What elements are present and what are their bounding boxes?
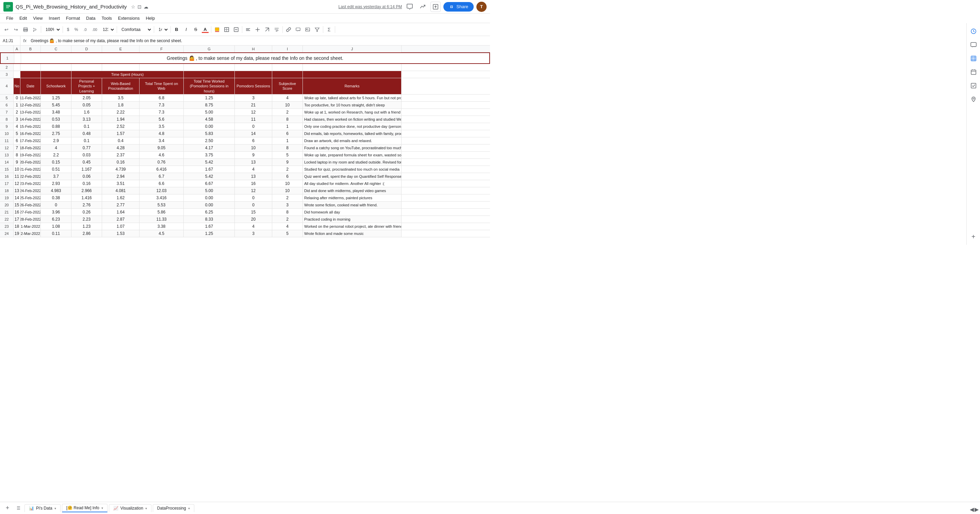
cell-personal-23[interactable]: 1.23 bbox=[72, 223, 102, 230]
redo-button[interactable]: ↪ bbox=[11, 25, 21, 34]
cell-subjective-15[interactable]: 2 bbox=[272, 166, 303, 173]
cell-total-web-21[interactable]: 5.86 bbox=[140, 209, 184, 216]
cell-date-18[interactable]: 24-Feb-2022 bbox=[21, 187, 41, 194]
cell-total-worked-15[interactable]: 1.67 bbox=[184, 166, 235, 173]
cell-total-worked-18[interactable]: 5.00 bbox=[184, 187, 235, 194]
cell-web-proc-7[interactable]: 2.22 bbox=[102, 109, 140, 116]
more-formats-select[interactable]: 123 ▾ bbox=[100, 25, 115, 34]
cell-pomodoro-18[interactable]: 12 bbox=[235, 187, 272, 194]
cell-remarks-8[interactable]: Had classes, then worked on fiction writ… bbox=[303, 116, 401, 123]
cell-pomodoro-23[interactable]: 4 bbox=[235, 223, 272, 230]
cell-remarks-19[interactable]: Relaxing after midterms, painted picture… bbox=[303, 194, 401, 201]
cell-e2[interactable] bbox=[102, 64, 140, 71]
cell-remarks-22[interactable]: Practiced coding in morning bbox=[303, 216, 401, 223]
cell-schoolwork-14[interactable]: 0.15 bbox=[41, 159, 72, 165]
trending-icon[interactable] bbox=[417, 2, 428, 12]
cell-date-22[interactable]: 28-Feb-2022 bbox=[21, 216, 41, 223]
user-avatar[interactable]: T bbox=[476, 2, 487, 12]
cell-remarks-17[interactable]: All day studied for midterm. Another All… bbox=[303, 180, 401, 187]
cell-web-proc-22[interactable]: 2.87 bbox=[102, 216, 140, 223]
cell-date-11[interactable]: 17-Feb-2022 bbox=[21, 137, 41, 144]
cell-personal-7[interactable]: 1.6 bbox=[72, 109, 102, 116]
merge-cells-button[interactable] bbox=[232, 25, 240, 34]
cell-remarks-24[interactable]: Wrote fiction and made some music bbox=[303, 230, 401, 237]
cloud-icon[interactable]: ☁ bbox=[143, 4, 148, 10]
cell-pomodoro-9[interactable]: 0 bbox=[235, 123, 272, 130]
cell-remarks-6[interactable]: Too productive, for 10 hours straight, d… bbox=[303, 102, 401, 108]
cell-no-11[interactable]: 6 bbox=[14, 137, 21, 144]
menu-tools[interactable]: Tools bbox=[99, 15, 115, 21]
cell-total-web-15[interactable]: 6.416 bbox=[140, 166, 184, 173]
cell-schoolwork-15[interactable]: 0.51 bbox=[41, 166, 72, 173]
cell-total-worked-16[interactable]: 5.42 bbox=[184, 173, 235, 180]
cell-total-web-14[interactable]: 0.76 bbox=[140, 159, 184, 165]
cell-personal-17[interactable]: 0.16 bbox=[72, 180, 102, 187]
cell-schoolwork-5[interactable]: 1.25 bbox=[41, 95, 72, 101]
cell-no-7[interactable]: 2 bbox=[14, 109, 21, 116]
cell-date-15[interactable]: 21-Feb-2022 bbox=[21, 166, 41, 173]
cell-schoolwork-20[interactable]: 0 bbox=[41, 201, 72, 208]
cell-remarks-12[interactable]: Found a catchy song on YouTube, procrast… bbox=[303, 144, 401, 151]
cell-personal-15[interactable]: 1.167 bbox=[72, 166, 102, 173]
cell-web-proc-9[interactable]: 2.52 bbox=[102, 123, 140, 130]
cell-personal-14[interactable]: 0.45 bbox=[72, 159, 102, 165]
menu-format[interactable]: Format bbox=[63, 15, 83, 21]
cell-no-12[interactable]: 7 bbox=[14, 144, 21, 151]
cell-schoolwork-21[interactable]: 3.96 bbox=[41, 209, 72, 216]
cell-web-proc-24[interactable]: 1.53 bbox=[102, 230, 140, 237]
cell-subjective-6[interactable]: 10 bbox=[272, 102, 303, 108]
cell-no-8[interactable]: 3 bbox=[14, 116, 21, 123]
cell-remarks-20[interactable]: Wrote some fiction, cooked meal with fri… bbox=[303, 201, 401, 208]
cell-subjective-19[interactable]: 2 bbox=[272, 194, 303, 201]
cell-subjective-13[interactable]: 5 bbox=[272, 152, 303, 159]
cell-schoolwork-18[interactable]: 4.983 bbox=[41, 187, 72, 194]
cell-total-worked-13[interactable]: 3.75 bbox=[184, 152, 235, 159]
cell-date-17[interactable]: 23-Feb-2022 bbox=[21, 180, 41, 187]
cell-schoolwork-9[interactable]: 0.88 bbox=[41, 123, 72, 130]
cell-personal-21[interactable]: 0.26 bbox=[72, 209, 102, 216]
cell-web-proc-17[interactable]: 3.51 bbox=[102, 180, 140, 187]
cell-total-web-13[interactable]: 4.6 bbox=[140, 152, 184, 159]
cell-schoolwork-7[interactable]: 3.48 bbox=[41, 109, 72, 116]
cell-remarks-16[interactable]: Quiz went well, spent the day on Quantif… bbox=[303, 173, 401, 180]
cell-date-23[interactable]: 1-Mar-2022 bbox=[21, 223, 41, 230]
upload-icon[interactable] bbox=[430, 2, 441, 12]
cell-total-web-6[interactable]: 7.3 bbox=[140, 102, 184, 108]
cell-personal-20[interactable]: 2.76 bbox=[72, 201, 102, 208]
cell-personal-24[interactable]: 2.86 bbox=[72, 230, 102, 237]
cell-remarks-13[interactable]: Woke up late, prepared formula sheet for… bbox=[303, 152, 401, 159]
cell-total-worked-24[interactable]: 1.25 bbox=[184, 230, 235, 237]
cell-date-24[interactable]: 2-Mar-2022 bbox=[21, 230, 41, 237]
cell-no-13[interactable]: 8 bbox=[14, 152, 21, 159]
cell-no-14[interactable]: 9 bbox=[14, 159, 21, 165]
cell-subjective-8[interactable]: 8 bbox=[272, 116, 303, 123]
cell-pomodoro-14[interactable]: 13 bbox=[235, 159, 272, 165]
valign-button[interactable] bbox=[253, 25, 262, 34]
cell-personal-18[interactable]: 2.966 bbox=[72, 187, 102, 194]
cell-web-proc-18[interactable]: 4.081 bbox=[102, 187, 140, 194]
cell-schoolwork-6[interactable]: 5.45 bbox=[41, 102, 72, 108]
cell-total-worked-14[interactable]: 5.42 bbox=[184, 159, 235, 165]
cell-personal-16[interactable]: 0.06 bbox=[72, 173, 102, 180]
paint-format-button[interactable] bbox=[30, 25, 40, 34]
menu-insert[interactable]: Insert bbox=[46, 15, 63, 21]
cell-remarks-21[interactable]: Did homework all day bbox=[303, 209, 401, 216]
menu-extensions[interactable]: Extensions bbox=[115, 15, 143, 21]
cell-web-proc-16[interactable]: 2.94 bbox=[102, 173, 140, 180]
cell-date-10[interactable]: 16-Feb-2022 bbox=[21, 130, 41, 137]
cell-web-proc-14[interactable]: 0.16 bbox=[102, 159, 140, 165]
cell-total-worked-5[interactable]: 1.25 bbox=[184, 95, 235, 101]
cell-web-proc-15[interactable]: 4.739 bbox=[102, 166, 140, 173]
cell-pomodoro-15[interactable]: 4 bbox=[235, 166, 272, 173]
cell-no-10[interactable]: 5 bbox=[14, 130, 21, 137]
cell-h3[interactable] bbox=[235, 71, 272, 78]
cell-subjective-10[interactable]: 6 bbox=[272, 130, 303, 137]
cell-total-web-11[interactable]: 3.4 bbox=[140, 137, 184, 144]
menu-edit[interactable]: Edit bbox=[17, 15, 30, 21]
cell-i2[interactable] bbox=[272, 64, 303, 71]
cell-remarks-10[interactable]: Did emails, lab reports, homeworks, talk… bbox=[303, 130, 401, 137]
cell-remarks-14[interactable]: Locked laptop in my room and studied out… bbox=[303, 159, 401, 165]
cell-no-16[interactable]: 11 bbox=[14, 173, 21, 180]
cell-no-17[interactable]: 12 bbox=[14, 180, 21, 187]
cell-schoolwork-19[interactable]: 0.38 bbox=[41, 194, 72, 201]
